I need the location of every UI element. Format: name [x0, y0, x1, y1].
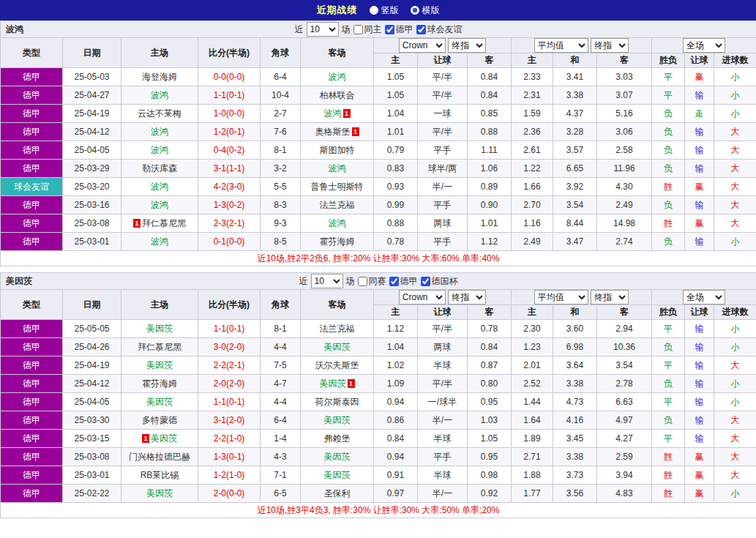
goals-result-cell: 小	[714, 485, 756, 503]
home-team-cell[interactable]: 美因茨	[121, 356, 198, 375]
home-team-cell[interactable]: 拜仁慕尼黑	[121, 338, 198, 356]
away-team-cell[interactable]: 奥格斯堡1	[301, 123, 374, 141]
goals-result-cell: 小	[714, 375, 756, 393]
goals-result-cell: 大	[714, 356, 756, 375]
away-team-cell[interactable]: 柏林联合	[301, 86, 374, 105]
titlebar: 近期战绩 竖版 横版	[0, 0, 756, 20]
view-radio-horizontal[interactable]: 横版	[411, 4, 440, 17]
home-team-cell[interactable]: 波鸿	[121, 141, 198, 160]
away-team-cell[interactable]: 弗赖堡	[301, 430, 374, 448]
scope-select[interactable]: 全场	[683, 38, 725, 53]
view-radio-vertical[interactable]: 竖版	[370, 4, 399, 17]
home-team-cell[interactable]: 美因茨	[121, 320, 198, 338]
home-team-cell[interactable]: 波鸿	[121, 86, 198, 105]
asia-odds-stage-select[interactable]: 终指	[448, 290, 486, 305]
handicap-result-cell: 输	[685, 141, 714, 160]
corner-cell: 9-3	[261, 214, 301, 233]
table-row: 德甲25-03-01RB莱比锡1-2(1-0)7-1美因茨0.91半球0.981…	[1, 466, 756, 485]
goals-result-cell: 小	[714, 105, 756, 123]
home-team-cell[interactable]: 美因茨	[121, 485, 198, 503]
asia-odds-stage-select[interactable]: 终指	[448, 38, 486, 53]
home-team-cell[interactable]: 云达不莱梅	[121, 105, 198, 123]
bookmaker-select[interactable]: Crown	[399, 290, 446, 305]
result-cell: 胜	[652, 448, 685, 466]
asia-home-odds: 1.12	[374, 320, 418, 338]
filter-checkbox-same-venue[interactable]: 同主	[353, 23, 382, 36]
away-team-cell[interactable]: 波鸿	[301, 214, 374, 233]
team-name: 美因茨	[320, 378, 346, 389]
home-team-cell[interactable]: RB莱比锡	[121, 466, 198, 485]
euro-odds-stage-select[interactable]: 终指	[591, 290, 629, 305]
away-team-cell[interactable]: 波鸿	[301, 68, 374, 86]
away-team-cell[interactable]: 美因茨	[301, 411, 374, 430]
filter-checkbox-same-competition-input[interactable]	[358, 277, 367, 286]
away-team-cell[interactable]: 美因茨1	[301, 375, 374, 393]
home-team-cell[interactable]: 波鸿	[121, 123, 198, 141]
away-team-cell[interactable]: 霍芬海姆	[301, 233, 374, 251]
handicap-result-cell: 输	[685, 375, 714, 393]
red-card-badge: 1	[142, 434, 149, 443]
filter-checkbox-bundesliga-input[interactable]	[389, 277, 399, 286]
home-team-cell[interactable]: 多特蒙德	[121, 411, 198, 430]
filter-checkbox-bundesliga[interactable]: 德甲	[389, 275, 418, 288]
home-team-cell[interactable]: 波鸿	[121, 233, 198, 251]
euro-odds-type-select[interactable]: 平均值	[534, 38, 588, 53]
away-team-cell[interactable]: 波鸿	[301, 160, 374, 178]
team-name: 波鸿	[151, 145, 168, 155]
filter-checkbox-same-venue-input[interactable]	[353, 25, 363, 34]
match-count-select[interactable]: 10	[311, 274, 343, 288]
home-team-cell[interactable]: 门兴格拉德巴赫	[121, 448, 198, 466]
result-cell: 平	[652, 68, 685, 86]
euro-home-odds: 1.64	[512, 411, 553, 430]
score-cell: 1-1(0-1)	[198, 86, 261, 105]
away-team-cell[interactable]: 法兰克福	[301, 320, 374, 338]
away-team-cell[interactable]: 荷尔斯泰因	[301, 393, 374, 411]
euro-away-odds: 5.16	[597, 105, 652, 123]
away-team-cell[interactable]: 美因茨	[301, 466, 374, 485]
match-date-cell: 25-04-19	[63, 105, 121, 123]
away-team-cell[interactable]: 美因茨	[301, 338, 374, 356]
asia-home-odds: 0.94	[374, 448, 418, 466]
table-row: 德甲25-04-05美因茨1-1(0-1)4-4荷尔斯泰因0.94一/球半0.9…	[1, 393, 756, 411]
home-team-cell[interactable]: 波鸿	[121, 196, 198, 214]
away-team-cell[interactable]: 普鲁士明斯特	[301, 178, 374, 196]
scope-controls: 全场	[652, 38, 756, 53]
away-team-cell[interactable]: 法兰克福	[301, 196, 374, 214]
filter-checkbox-same-competition[interactable]: 同赛	[358, 275, 386, 288]
match-count-select[interactable]: 10	[307, 22, 339, 37]
euro-odds-type-select[interactable]: 平均值	[534, 290, 588, 305]
league-type-cell: 德甲	[1, 160, 63, 178]
asia-handicap: 平手	[418, 448, 468, 466]
asia-away-odds: 1.01	[468, 214, 512, 233]
filter-checkbox-bundesliga-input[interactable]	[385, 25, 394, 34]
filter-checkbox-friendly[interactable]: 球会友谊	[416, 23, 463, 36]
match-date-cell: 25-04-26	[63, 338, 121, 356]
bookmaker-select[interactable]: Crown	[399, 38, 446, 53]
home-team-cell[interactable]: 霍芬海姆	[121, 375, 198, 393]
home-team-cell[interactable]: 勒沃库森	[121, 160, 198, 178]
away-team-cell[interactable]: 圣保利	[301, 485, 374, 503]
euro-odds-stage-select[interactable]: 终指	[591, 38, 629, 53]
euro-home-odds: 2.31	[512, 86, 553, 105]
home-team-cell[interactable]: 波鸿	[121, 178, 198, 196]
away-team-cell[interactable]: 沃尔夫斯堡	[301, 356, 374, 375]
table-row: 德甲25-03-08门兴格拉德巴赫1-3(0-1)4-3美因茨0.94平手0.9…	[1, 448, 756, 466]
team-name: 弗赖堡	[324, 433, 351, 444]
away-team-cell[interactable]: 美因茨	[301, 448, 374, 466]
filter-checkbox-friendly-input[interactable]	[416, 25, 426, 34]
corner-cell: 4-4	[261, 393, 301, 411]
scope-select[interactable]: 全场	[683, 290, 725, 305]
league-type-cell: 德甲	[1, 356, 63, 375]
away-team-cell[interactable]: 斯图加特	[301, 141, 374, 160]
home-team-cell[interactable]: 美因茨	[121, 393, 198, 411]
view-radio-vertical-input[interactable]	[370, 6, 378, 15]
filter-checkbox-dfb-pokal-input[interactable]	[421, 277, 430, 286]
filter-checkbox-bundesliga[interactable]: 德甲	[385, 23, 413, 36]
home-team-cell[interactable]: 1美因茨	[121, 430, 198, 448]
asia-away-odds: 0.88	[468, 123, 512, 141]
away-team-cell[interactable]: 波鸿1	[301, 105, 374, 123]
view-radio-horizontal-input[interactable]	[411, 6, 419, 15]
home-team-cell[interactable]: 1拜仁慕尼黑	[121, 214, 198, 233]
filter-checkbox-dfb-pokal[interactable]: 德国杯	[421, 275, 458, 288]
home-team-cell[interactable]: 海登海姆	[121, 68, 198, 86]
